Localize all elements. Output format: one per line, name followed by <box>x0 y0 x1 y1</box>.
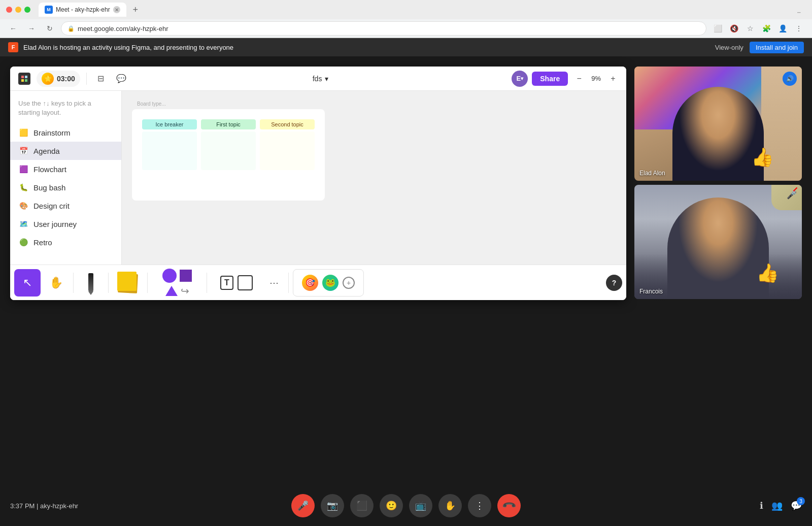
camera-button[interactable]: 📷 <box>321 494 344 517</box>
file-name-button[interactable]: fds ▾ <box>309 73 333 85</box>
shapes-tool[interactable]: ↪ <box>152 269 202 297</box>
figma-canvas[interactable]: Board type... Ice breaker First topic <box>122 91 626 265</box>
more-dots-icon: ⋮ <box>475 500 484 511</box>
close-button[interactable] <box>6 7 12 13</box>
user-initial: E <box>516 75 521 82</box>
extensions-icon[interactable]: 🧩 <box>759 21 773 36</box>
view-only-button[interactable]: View-only <box>715 44 743 51</box>
install-and-join-button[interactable]: Install and join <box>750 42 804 53</box>
svg-rect-0 <box>21 76 24 78</box>
browser-nav: ← → ↻ 🔒 meet.google.com/aky-hzpk-ehr ⬜ 🔇… <box>0 19 812 38</box>
chat-badge: 3 <box>797 497 805 505</box>
participant-name-elad: Elad Alon <box>639 170 665 177</box>
sticky-note-tool[interactable] <box>113 269 143 297</box>
add-plugin-button[interactable]: + <box>343 277 355 289</box>
text-frame-tools[interactable]: T <box>211 269 262 297</box>
back-button[interactable]: ← <box>6 21 20 36</box>
zoom-value: 9% <box>588 74 604 83</box>
info-button[interactable]: ℹ <box>760 500 763 511</box>
board-col-first: First topic <box>201 119 256 170</box>
bookmark-icon[interactable]: ☆ <box>743 21 757 36</box>
timer-display[interactable]: ⭐ 03:00 <box>37 71 80 87</box>
figma-logo: F <box>8 42 18 52</box>
tab-close-button[interactable]: ✕ <box>113 6 120 13</box>
raise-hand-button[interactable]: ✋ <box>438 494 462 517</box>
present-icon: 📺 <box>415 500 426 511</box>
figma-menu-button[interactable] <box>16 71 32 87</box>
plugin-1-icon[interactable]: 🎯 <box>302 275 318 291</box>
active-tab[interactable]: M Meet - aky-hzpk-ehr ✕ <box>39 3 126 17</box>
maximize-button[interactable] <box>24 7 30 13</box>
shapes-group <box>162 269 192 283</box>
meeting-id: aky-hzpk-ehr <box>40 502 78 510</box>
canvas-content: Board type... Ice breaker First topic <box>132 101 616 254</box>
more-options-button[interactable]: ⋮ <box>468 494 491 517</box>
profile-icon[interactable]: 👤 <box>775 21 790 36</box>
chevron-down-icon-user: ▾ <box>521 76 523 81</box>
help-button[interactable]: ? <box>606 275 622 291</box>
tab-title: Meet - aky-hzpk-ehr <box>56 6 110 13</box>
nav-actions: ⬜ 🔇 ☆ 🧩 👤 ⋮ <box>710 21 806 36</box>
sidebar-item-bugbash[interactable]: 🐛 Bug bash <box>10 178 121 196</box>
sidebar-item-bugbash-label: Bug bash <box>33 183 65 192</box>
zoom-control: − 9% + <box>572 72 620 86</box>
people-icon: 👥 <box>771 501 783 511</box>
sidebar-item-flowchart-label: Flowchart <box>33 165 66 174</box>
thumbs-up-icon: 👍 <box>751 147 774 168</box>
meet-right-controls: ℹ 👥 💬 3 <box>760 500 802 511</box>
video-area: 👍 🔊 Elad Alon 👍 🎤 Francois <box>634 67 802 299</box>
sidebar-item-agenda[interactable]: 📅 Agenda <box>10 142 121 160</box>
url-text: meet.google.com/aky-hzpk-ehr <box>78 25 168 32</box>
mic-icon: 🎤 <box>297 500 309 511</box>
more-tools-button[interactable]: ⋯ <box>264 269 284 297</box>
end-call-button[interactable]: 📞 <box>497 494 521 517</box>
chat-button[interactable]: 💬 3 <box>791 500 802 511</box>
col-header-second: Second topic <box>260 119 315 129</box>
present-button[interactable]: 📺 <box>409 494 432 517</box>
main-area: ⭐ 03:00 ⊟ 💬 fds ▾ E ▾ Share − 9 <box>0 56 812 486</box>
sidebar-item-userjourney-label: User journey <box>33 220 77 228</box>
zoom-out-button[interactable]: − <box>572 72 586 86</box>
sidebar-item-userjourney[interactable]: 🗺️ User journey <box>10 215 121 233</box>
zoom-in-button[interactable]: + <box>606 72 620 86</box>
screenshot-icon[interactable]: ⬜ <box>710 21 725 36</box>
user-avatar-button[interactable]: E ▾ <box>512 71 528 87</box>
chevron-down-icon: ▾ <box>325 75 328 83</box>
sidebar-item-brainstorm[interactable]: 🟨 Brainstorm <box>10 123 121 142</box>
pen-tool[interactable] <box>78 269 104 297</box>
more-options-icon[interactable]: ⋮ <box>792 21 806 36</box>
new-tab-button[interactable]: + <box>128 3 143 17</box>
rect-shape-icon <box>180 270 192 282</box>
person-elad <box>672 87 764 181</box>
sidebar-item-designcrit[interactable]: 🎨 Design crit <box>10 196 121 215</box>
brainstorm-icon: 🟨 <box>18 127 28 138</box>
emoji-icon: 🙂 <box>386 500 397 511</box>
people-button[interactable]: 👥 <box>771 500 783 511</box>
forward-button[interactable]: → <box>24 21 39 36</box>
file-name-label: fds <box>313 75 322 83</box>
figma-toolbar: ⭐ 03:00 ⊟ 💬 fds ▾ E ▾ Share − 9 <box>10 67 626 91</box>
sticky-notes-icon <box>117 272 139 294</box>
emoji-button[interactable]: 🙂 <box>380 494 403 517</box>
plugin-2-icon[interactable]: 🐸 <box>322 275 339 291</box>
sidebar-item-retro[interactable]: 🟢 Retro <box>10 233 121 251</box>
hand-tool[interactable]: ✋ <box>43 269 69 297</box>
mute-tab-icon[interactable]: 🔇 <box>727 21 741 36</box>
minimize-button[interactable] <box>15 7 21 13</box>
info-icon: ℹ <box>760 501 763 511</box>
col-body-icebreaker <box>142 132 197 170</box>
select-tool[interactable]: ↖ <box>14 269 41 297</box>
cursor-icon: ↖ <box>23 276 32 289</box>
captions-button[interactable]: ⬛ <box>350 494 374 517</box>
share-button[interactable]: Share <box>532 72 568 86</box>
comments-button[interactable]: 💬 <box>113 71 129 87</box>
plugins-area: 🎯 🐸 + <box>293 269 364 297</box>
address-bar[interactable]: 🔒 meet.google.com/aky-hzpk-ehr <box>61 21 706 36</box>
tool-separator-5 <box>288 273 289 293</box>
sidebar-item-flowchart[interactable]: 🟪 Flowchart <box>10 160 121 178</box>
mute-button[interactable]: 🎤 <box>291 494 315 517</box>
board-columns: Ice breaker First topic Second topic <box>142 119 315 170</box>
tool-separator-2 <box>108 273 109 293</box>
view-toggle-button[interactable]: ⊟ <box>93 71 109 87</box>
refresh-button[interactable]: ↻ <box>43 21 57 36</box>
